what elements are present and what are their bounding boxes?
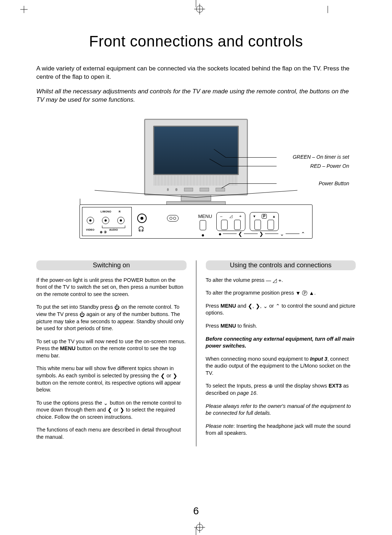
right-p7: Please always refer to the owner's manua… [206, 403, 356, 417]
annot-green-timer: GREEN – On timer is set [293, 154, 349, 160]
jack-video [87, 217, 94, 224]
right-p2: To alter the programme position press ▼ … [206, 289, 356, 297]
heading-using-controls: Using the controls and connections [206, 260, 356, 270]
crop-register-top [194, 4, 205, 15]
column-divider [196, 260, 196, 447]
heading-switching-on: Switching on [36, 260, 187, 270]
chevron-left-icon: ❮ [107, 408, 112, 413]
chevron-right-icon: ❯ [173, 373, 177, 379]
annot-red-power: RED – Power On [310, 163, 349, 169]
crop-mark-tr [325, 6, 330, 13]
right-p6: To select the Inputs, press ⊕ until the … [206, 382, 356, 397]
tv-screen [153, 126, 239, 175]
body-columns: Switching on If the power-on light is un… [36, 260, 356, 447]
prog-up-icon: ▴ [273, 214, 275, 219]
leader-line [229, 183, 277, 184]
programme-group: ▾ P ▴ [250, 212, 279, 231]
vol-triangle-icon: ◿ [229, 214, 232, 219]
intro-paragraph: A wide variety of external equipment can… [36, 65, 356, 81]
label-lmono: L/MONO [101, 210, 111, 213]
triangle-up-icon: ▲ [309, 291, 314, 296]
crop-register-bottom [194, 522, 205, 533]
tv-front-controls [167, 187, 225, 192]
vol-minus-icon: — [266, 278, 271, 283]
jack-audio-r [117, 217, 124, 224]
label-menu: MENU [198, 214, 212, 219]
tv-diagram: GREEN – On timer is set RED – Power On P… [36, 119, 356, 250]
left-p2: To put the set into Standby press ⏻ on t… [36, 304, 187, 332]
jack-large [137, 214, 147, 223]
chevron-down-icon: ⌄ [263, 304, 268, 309]
symbol-legend-row: ● ❮ ❯ ⌄ ⌃ [217, 231, 307, 236]
leader-line [222, 166, 277, 166]
crop-mark-tl [20, 6, 28, 13]
tv-speaker-grille [154, 175, 238, 186]
vol-plus-icon: + [278, 278, 281, 283]
p-boxed-icon: Ⓟ [302, 291, 307, 296]
standby-icon: ⏻ [79, 312, 85, 317]
menu-button-graphic [200, 220, 206, 230]
page-content: Front connections and controls A wide va… [36, 29, 356, 513]
vol-shape-icon: ◿ [273, 278, 277, 283]
headphone-icon: 🎧 [138, 226, 144, 232]
jack-audio-l [102, 217, 109, 224]
input-select-icon: ⊕ [268, 384, 273, 389]
intro-note: Whilst all the necessary adjustments and… [36, 88, 356, 104]
right-p3: Press MENU and ❮, ❯, ⌄ or ⌃ to control t… [206, 303, 356, 317]
standby-icon: ⏻ [114, 305, 120, 310]
tv-illustration [144, 119, 248, 206]
left-p3: To set up the TV you will now need to us… [36, 338, 187, 360]
left-p5: To use the options press the ⌄ button on… [36, 400, 187, 421]
audio-bracket [102, 226, 125, 228]
right-p1: To alter the volume press — ◿ +. [206, 277, 356, 284]
menu-led [202, 234, 204, 236]
chevron-right-icon: ❯ [256, 304, 260, 309]
page-number: 6 [193, 505, 199, 517]
volume-group: – ◿ + [216, 212, 245, 231]
front-panel-detail: L/MONO R VIDEO AUDIO ⊕ ③ 🎧 MENU – ◿ [79, 204, 313, 239]
annot-power-button: Power Button [319, 181, 349, 186]
left-column: Switching on If the power-on light is un… [36, 260, 187, 447]
page-title: Front connections and controls [36, 33, 356, 50]
left-p6: The functions of each menu are described… [36, 426, 187, 441]
label-r: R [119, 210, 121, 213]
prog-p-label: P [262, 214, 267, 219]
right-p8: Please note: Inserting the headphone jac… [206, 423, 356, 437]
left-p1: If the power-on light is unlit press the… [36, 277, 187, 298]
vol-minus-label: – [220, 214, 222, 218]
leader-line [226, 157, 277, 158]
label-audio: AUDIO [109, 228, 118, 231]
right-warning: Before connecting any external equipment… [206, 336, 356, 350]
vol-plus-label: + [239, 214, 241, 218]
chevron-left-icon: ❮ [248, 304, 253, 309]
av-input-box: L/MONO R VIDEO AUDIO ⊕ ③ [82, 207, 132, 236]
right-column: Using the controls and connections To al… [206, 260, 356, 447]
left-p4: This white menu bar will show five diffe… [36, 365, 187, 393]
chevron-down-icon: ⌄ [103, 401, 108, 406]
right-p5: When connecting mono sound equipment to … [206, 356, 356, 377]
right-p4: Press MENU to finish. [206, 323, 356, 330]
chevron-right-icon: ❯ [120, 408, 124, 413]
input-3-symbol: ⊕ ③ [100, 230, 107, 234]
chevron-up-icon: ⌃ [275, 304, 280, 309]
chevron-left-icon: ❮ [160, 373, 165, 379]
label-video: VIDEO [86, 228, 94, 231]
ir-window [167, 215, 179, 222]
prog-down-icon: ▾ [253, 214, 256, 219]
triangle-down-icon: ▼ [295, 291, 301, 296]
